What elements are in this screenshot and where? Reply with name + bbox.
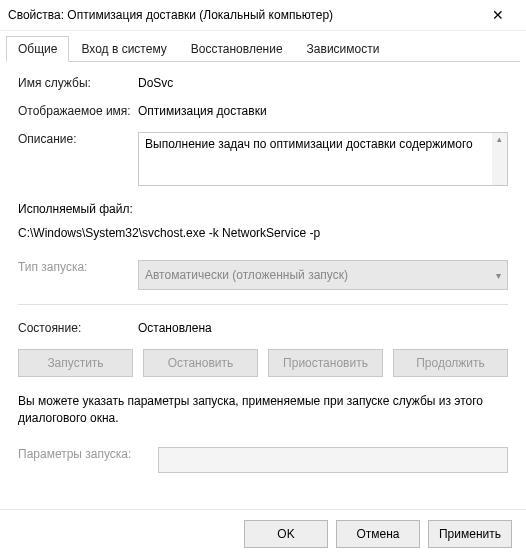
value-state: Остановлена xyxy=(138,321,508,335)
ok-button[interactable]: OK xyxy=(244,520,328,548)
label-start-params: Параметры запуска: xyxy=(18,447,158,473)
exe-block: Исполняемый файл: C:\Windows\System32\sv… xyxy=(18,200,508,242)
tab-general[interactable]: Общие xyxy=(6,36,69,62)
tab-pane-general: Имя службы: DoSvc Отображаемое имя: Опти… xyxy=(0,62,526,493)
value-service-name: DoSvc xyxy=(138,76,508,90)
start-params-input[interactable] xyxy=(158,447,508,473)
label-exe-path: Исполняемый файл: xyxy=(18,200,508,218)
chevron-down-icon: ▾ xyxy=(496,270,501,281)
start-params-note: Вы можете указать параметры запуска, при… xyxy=(18,393,508,427)
dialog-footer: OK Отмена Применить xyxy=(0,509,526,558)
label-display-name: Отображаемое имя: xyxy=(18,104,138,118)
startup-type-select[interactable]: Автоматически (отложенный запуск) ▾ xyxy=(138,260,508,290)
chevron-up-icon[interactable]: ▴ xyxy=(497,133,502,146)
titlebar: Свойства: Оптимизация доставки (Локальны… xyxy=(0,0,526,31)
tab-recovery[interactable]: Восстановление xyxy=(179,36,295,62)
stop-button[interactable]: Остановить xyxy=(143,349,258,377)
value-exe-path: C:\Windows\System32\svchost.exe -k Netwo… xyxy=(18,224,508,242)
tab-dependencies[interactable]: Зависимости xyxy=(295,36,392,62)
close-icon[interactable]: ✕ xyxy=(478,6,518,24)
window-title: Свойства: Оптимизация доставки (Локальны… xyxy=(8,8,478,22)
properties-dialog: Свойства: Оптимизация доставки (Локальны… xyxy=(0,0,526,558)
value-display-name: Оптимизация доставки xyxy=(138,104,508,118)
pause-button[interactable]: Приостановить xyxy=(268,349,383,377)
tab-strip: Общие Вход в систему Восстановление Зави… xyxy=(6,35,520,62)
value-startup-type: Автоматически (отложенный запуск) xyxy=(145,268,348,282)
resume-button[interactable]: Продолжить xyxy=(393,349,508,377)
tab-logon[interactable]: Вход в систему xyxy=(69,36,178,62)
label-startup-type: Тип запуска: xyxy=(18,260,138,290)
cancel-button[interactable]: Отмена xyxy=(336,520,420,548)
label-description: Описание: xyxy=(18,132,138,186)
start-button[interactable]: Запустить xyxy=(18,349,133,377)
label-service-name: Имя службы: xyxy=(18,76,138,90)
control-buttons: Запустить Остановить Приостановить Продо… xyxy=(18,349,508,377)
apply-button[interactable]: Применить xyxy=(428,520,512,548)
separator xyxy=(18,304,508,305)
value-description: Выполнение задач по оптимизации доставки… xyxy=(145,137,473,151)
label-state: Состояние: xyxy=(18,321,138,335)
scrollbar[interactable]: ▴ xyxy=(492,133,507,185)
description-textbox[interactable]: Выполнение задач по оптимизации доставки… xyxy=(138,132,508,186)
